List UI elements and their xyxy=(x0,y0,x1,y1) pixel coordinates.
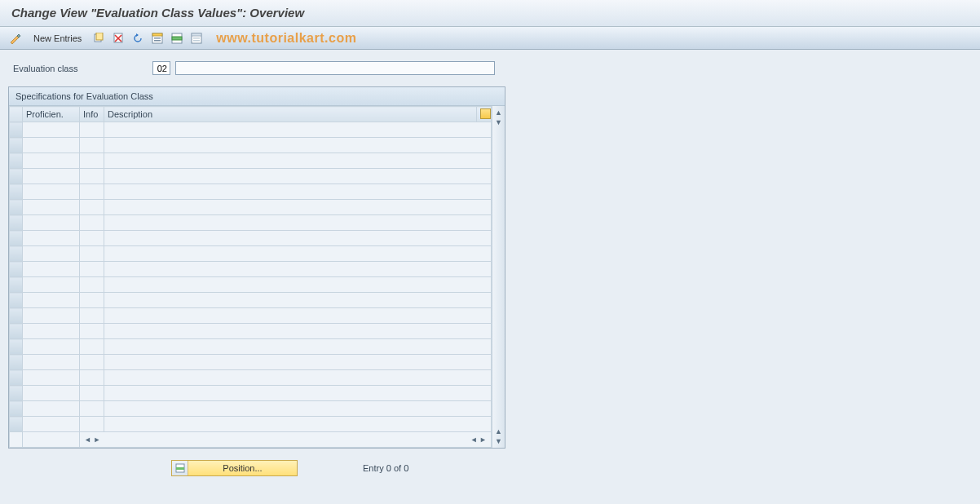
cell-proficien[interactable] xyxy=(23,262,80,277)
cell-info[interactable] xyxy=(80,231,104,246)
cell-description[interactable] xyxy=(104,355,492,370)
cell-info[interactable] xyxy=(80,324,104,339)
col-header-info[interactable]: Info xyxy=(80,107,104,122)
cell-description[interactable] xyxy=(104,215,492,231)
cell-description[interactable] xyxy=(104,231,492,246)
cell-info[interactable] xyxy=(80,277,104,293)
col-header-selector[interactable] xyxy=(10,107,23,122)
scroll-up-icon[interactable]: ▲ xyxy=(494,108,504,117)
cell-proficien[interactable] xyxy=(23,153,80,169)
cell-description[interactable] xyxy=(104,308,492,324)
table-row[interactable] xyxy=(10,277,492,293)
row-selector[interactable] xyxy=(10,215,23,231)
cell-proficien[interactable] xyxy=(23,184,80,200)
cell-info[interactable] xyxy=(80,401,104,417)
table-row[interactable] xyxy=(10,246,492,262)
table-row[interactable] xyxy=(10,169,492,184)
col-header-proficien[interactable]: Proficien. xyxy=(23,107,80,122)
cell-info[interactable] xyxy=(80,370,104,386)
cell-description[interactable] xyxy=(104,277,492,293)
row-selector[interactable] xyxy=(10,386,23,401)
cell-proficien[interactable] xyxy=(23,324,80,339)
position-button[interactable]: Position... xyxy=(171,460,298,476)
cell-description[interactable] xyxy=(104,153,492,169)
col-header-description[interactable]: Description xyxy=(104,107,477,122)
select-all-button[interactable] xyxy=(149,30,166,46)
table-row[interactable] xyxy=(10,262,492,277)
table-row[interactable] xyxy=(10,401,492,417)
row-selector[interactable] xyxy=(10,339,23,355)
table-row[interactable] xyxy=(10,153,492,169)
cell-proficien[interactable] xyxy=(23,169,80,184)
cell-description[interactable] xyxy=(104,324,492,339)
cell-proficien[interactable] xyxy=(23,231,80,246)
row-selector[interactable] xyxy=(10,293,23,308)
cell-description[interactable] xyxy=(104,246,492,262)
cell-info[interactable] xyxy=(80,215,104,231)
cell-proficien[interactable] xyxy=(23,355,80,370)
row-selector[interactable] xyxy=(10,231,23,246)
deselect-all-button[interactable] xyxy=(188,30,205,46)
delete-button[interactable] xyxy=(110,30,126,46)
table-row[interactable] xyxy=(10,339,492,355)
cell-proficien[interactable] xyxy=(23,246,80,262)
new-entries-button[interactable]: New Entries xyxy=(28,30,87,46)
cell-description[interactable] xyxy=(104,200,492,215)
cell-proficien[interactable] xyxy=(23,386,80,401)
cell-description[interactable] xyxy=(104,262,492,277)
cell-proficien[interactable] xyxy=(23,401,80,417)
copy-as-button[interactable] xyxy=(90,30,107,46)
table-row[interactable] xyxy=(10,138,492,153)
specifications-table[interactable]: Proficien. Info Description ◄ ► xyxy=(9,106,492,448)
cell-proficien[interactable] xyxy=(23,417,80,432)
row-selector[interactable] xyxy=(10,122,23,138)
cell-info[interactable] xyxy=(80,246,104,262)
cell-info[interactable] xyxy=(80,122,104,138)
table-configure-button[interactable] xyxy=(477,107,492,122)
row-selector[interactable] xyxy=(10,324,23,339)
cell-info[interactable] xyxy=(80,355,104,370)
row-selector[interactable] xyxy=(10,370,23,386)
cell-info[interactable] xyxy=(80,308,104,324)
table-row[interactable] xyxy=(10,386,492,401)
cell-proficien[interactable] xyxy=(23,370,80,386)
scroll-up2-icon[interactable]: ▼ xyxy=(494,117,504,127)
cell-description[interactable] xyxy=(104,417,492,432)
table-row[interactable] xyxy=(10,308,492,324)
table-row[interactable] xyxy=(10,370,492,386)
cell-info[interactable] xyxy=(80,184,104,200)
cell-proficien[interactable] xyxy=(23,308,80,324)
hscroll-left-icon[interactable]: ◄ ► xyxy=(83,435,101,444)
table-row[interactable] xyxy=(10,122,492,138)
row-selector[interactable] xyxy=(10,401,23,417)
cell-info[interactable] xyxy=(80,153,104,169)
undo-change-button[interactable] xyxy=(130,30,146,46)
cell-description[interactable] xyxy=(104,169,492,184)
cell-proficien[interactable] xyxy=(23,122,80,138)
cell-description[interactable] xyxy=(104,339,492,355)
cell-proficien[interactable] xyxy=(23,339,80,355)
table-row[interactable] xyxy=(10,324,492,339)
table-row[interactable] xyxy=(10,355,492,370)
table-row[interactable] xyxy=(10,293,492,308)
cell-info[interactable] xyxy=(80,293,104,308)
cell-info[interactable] xyxy=(80,138,104,153)
cell-proficien[interactable] xyxy=(23,293,80,308)
cell-info[interactable] xyxy=(80,339,104,355)
cell-info[interactable] xyxy=(80,417,104,432)
row-selector[interactable] xyxy=(10,138,23,153)
hscroll-track[interactable]: ◄ ► ◄ ► xyxy=(80,432,492,448)
cell-info[interactable] xyxy=(80,262,104,277)
table-row[interactable] xyxy=(10,231,492,246)
cell-proficien[interactable] xyxy=(23,200,80,215)
table-row[interactable] xyxy=(10,215,492,231)
cell-info[interactable] xyxy=(80,200,104,215)
table-row[interactable] xyxy=(10,417,492,432)
cell-proficien[interactable] xyxy=(23,215,80,231)
cell-info[interactable] xyxy=(80,386,104,401)
toggle-display-change-button[interactable] xyxy=(8,30,24,46)
table-row[interactable] xyxy=(10,200,492,215)
evaluation-class-code-input[interactable] xyxy=(152,61,170,75)
row-selector[interactable] xyxy=(10,277,23,293)
cell-proficien[interactable] xyxy=(23,277,80,293)
